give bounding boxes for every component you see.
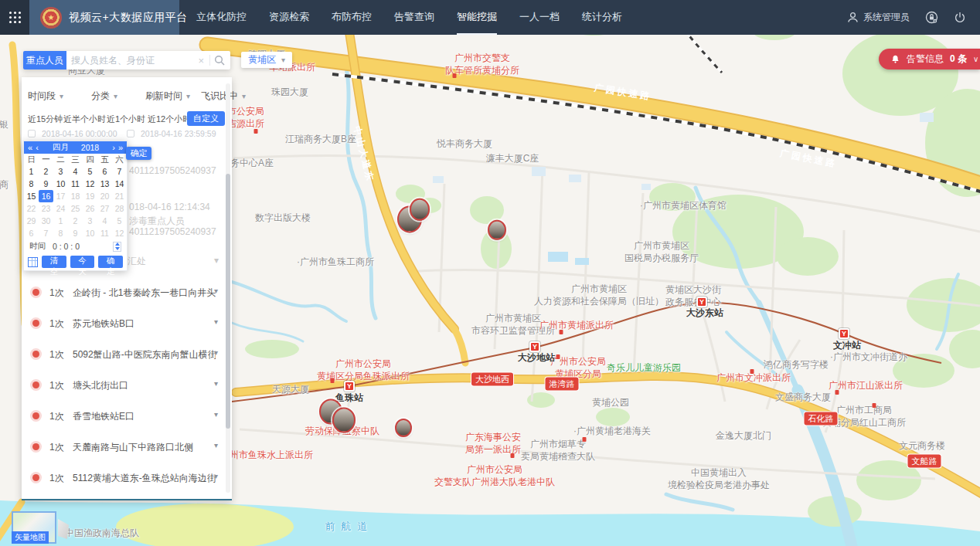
time-values[interactable]: 0 : 0 : 0: [53, 242, 80, 251]
key-person-tag-button[interactable]: 重点人员: [23, 51, 66, 70]
person-photo-marker[interactable]: [332, 408, 356, 433]
next-month-icon[interactable]: ›: [112, 143, 115, 152]
quick-range-button[interactable]: 近15分钟: [28, 114, 63, 125]
ok-button[interactable]: 确定: [98, 256, 123, 268]
checkbox-icon[interactable]: [28, 130, 36, 137]
calendar-day[interactable]: 28: [112, 202, 127, 215]
menu-item[interactable]: 统计分析: [582, 0, 622, 35]
confirm-button[interactable]: 确定: [126, 147, 151, 160]
location-row[interactable]: 1次天麓南路与山下中路路口北侧▾: [22, 438, 232, 456]
calendar-day[interactable]: 3: [53, 165, 68, 178]
calendar-day[interactable]: 17: [53, 190, 68, 202]
quick-range-button[interactable]: 近1个小时: [107, 114, 145, 125]
calendar-grid-icon[interactable]: [28, 257, 38, 267]
calendar-day[interactable]: 5: [83, 165, 97, 178]
calendar-day[interactable]: 19: [83, 190, 97, 202]
calendar-day[interactable]: 21: [112, 190, 127, 202]
app-grid-button[interactable]: [0, 0, 29, 35]
quick-range-button[interactable]: 近12个小时: [148, 114, 191, 125]
calendar-day[interactable]: 13: [97, 178, 112, 190]
location-row[interactable]: 1次5112黄埔大道东-鱼珠总站向海边街（全）▾: [22, 469, 232, 487]
calendar-day[interactable]: 8: [53, 227, 68, 239]
menu-item[interactable]: 资源检索: [269, 0, 309, 35]
calendar-day[interactable]: 11: [97, 227, 112, 239]
expand-caret-icon[interactable]: ▾: [214, 287, 218, 295]
menu-item[interactable]: 布防布控: [332, 0, 372, 35]
calendar-day[interactable]: 16: [39, 190, 53, 202]
spin-down-icon[interactable]: [115, 247, 120, 250]
alarm-pill[interactable]: 告警信息 0 条 ∨: [879, 49, 980, 70]
calendar-day[interactable]: 27: [97, 202, 112, 215]
user-menu[interactable]: 系统管理员: [847, 11, 910, 24]
calendar-day[interactable]: 24: [53, 202, 68, 215]
calendar-year[interactable]: 2018: [81, 143, 99, 152]
scrollbar[interactable]: [226, 83, 230, 493]
calendar-day[interactable]: 1: [24, 165, 39, 178]
filter-dropdown[interactable]: 飞识比中▾: [201, 90, 246, 103]
calendar-day[interactable]: 9: [68, 227, 83, 239]
calendar-day[interactable]: 20: [97, 190, 112, 202]
calendar-day[interactable]: 11: [68, 178, 83, 190]
calendar-day[interactable]: 6: [24, 227, 39, 239]
calendar-day[interactable]: 1: [53, 215, 68, 227]
prev-month-icon[interactable]: ‹: [36, 143, 39, 152]
search-input[interactable]: [66, 55, 195, 66]
spin-up-icon[interactable]: [115, 242, 120, 246]
filter-dropdown[interactable]: 分类▾: [91, 90, 117, 103]
security-lock-icon[interactable]: [925, 11, 938, 24]
calendar-day[interactable]: 4: [68, 165, 83, 178]
scrollbar-thumb[interactable]: [226, 174, 230, 429]
calendar-day[interactable]: 23: [39, 202, 53, 215]
calendar-day[interactable]: 7: [112, 165, 127, 178]
minimap[interactable]: 矢量地图: [12, 511, 56, 544]
expand-caret-icon[interactable]: ▾: [214, 410, 218, 419]
menu-item[interactable]: 智能挖掘: [457, 0, 497, 35]
calendar-day[interactable]: 25: [68, 202, 83, 215]
start-time-value[interactable]: 2018-04-16 00:00:00: [42, 129, 117, 138]
today-button[interactable]: 今天: [70, 256, 95, 268]
menu-item[interactable]: 告警查询: [394, 0, 434, 35]
expand-caret-icon[interactable]: ▾: [214, 348, 218, 357]
checkbox-icon[interactable]: [127, 130, 134, 137]
calendar-day[interactable]: 26: [83, 202, 97, 215]
calendar-day[interactable]: 2: [39, 165, 53, 178]
quick-range-button[interactable]: 自定义: [187, 111, 225, 126]
filter-dropdown[interactable]: 时间段▾: [28, 90, 63, 103]
calendar-day[interactable]: 2: [68, 215, 83, 227]
district-dropdown[interactable]: 黄埔区 ▾: [241, 52, 292, 68]
location-row[interactable]: 1次5092蟹山路-中医院东南向蟹山横街▾: [22, 345, 232, 364]
calendar-day[interactable]: 6: [97, 165, 112, 178]
calendar-day[interactable]: 3: [83, 215, 97, 227]
calendar-day[interactable]: 12: [112, 227, 127, 239]
location-row[interactable]: 1次塘头北街出口▾: [22, 376, 232, 395]
quick-range-button[interactable]: 近半个小时: [63, 114, 106, 125]
clear-button[interactable]: 清空: [42, 256, 66, 268]
calendar-day[interactable]: 15: [24, 190, 39, 202]
person-photo-marker[interactable]: [395, 419, 412, 437]
clear-icon[interactable]: ×: [195, 55, 207, 66]
calendar-day[interactable]: 14: [112, 178, 127, 190]
next-year-icon[interactable]: »: [118, 143, 123, 152]
calendar-day[interactable]: 18: [68, 190, 83, 202]
location-row[interactable]: 1次苏元地铁站B口▾: [22, 314, 232, 333]
calendar-day[interactable]: 4: [97, 215, 112, 227]
person-photo-marker[interactable]: [410, 198, 430, 221]
calendar-day[interactable]: 22: [24, 202, 39, 215]
calendar-day[interactable]: 8: [24, 178, 39, 190]
calendar-day[interactable]: 7: [39, 227, 53, 239]
prev-year-icon[interactable]: «: [28, 143, 32, 152]
calendar-day[interactable]: 10: [53, 178, 68, 190]
menu-item[interactable]: 一人一档: [519, 0, 560, 35]
location-row[interactable]: 1次香雪地铁站E口▾: [22, 407, 232, 426]
calendar-month[interactable]: 四月: [53, 142, 69, 153]
search-icon[interactable]: [214, 55, 225, 66]
time-spinner[interactable]: [113, 242, 121, 252]
power-icon[interactable]: [954, 12, 966, 24]
expand-caret-icon[interactable]: ▾: [214, 472, 218, 480]
location-row[interactable]: 1次企岭街 - 北1巷秦岭东一巷口向井头▾: [22, 283, 232, 302]
expand-caret-icon[interactable]: ▾: [214, 441, 218, 449]
calendar-day[interactable]: 29: [24, 215, 39, 227]
calendar-day[interactable]: 5: [112, 215, 127, 227]
end-time-value[interactable]: 2018-04-16 23:59:59: [141, 129, 216, 138]
expand-caret-icon[interactable]: ▾: [214, 379, 218, 388]
